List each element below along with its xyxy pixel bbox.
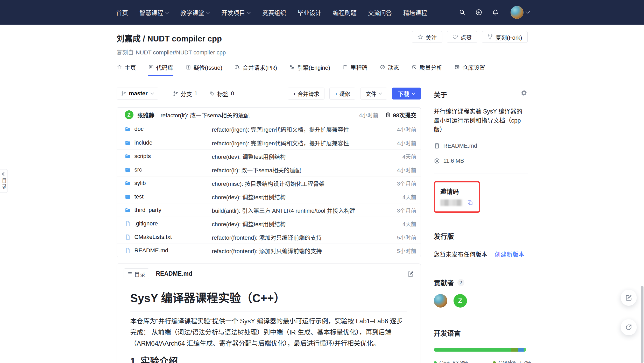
file-link[interactable]: doc <box>125 126 212 132</box>
toc-button[interactable]: 目录 <box>124 268 149 279</box>
readme-link[interactable]: README.md <box>434 143 528 149</box>
contributor-avatar[interactable] <box>434 294 447 308</box>
nav-item-premium-courses[interactable]: 精培课程 <box>403 8 427 17</box>
user-menu[interactable] <box>511 6 530 19</box>
feedback-button[interactable] <box>621 290 637 306</box>
nav-item-qa[interactable]: 交流问答 <box>368 8 392 17</box>
commit-author[interactable]: 张雅静 <box>137 111 154 119</box>
file-commit-message[interactable]: build(antlr): 引入第三方 ANTLR4 runtime/tool … <box>212 206 380 214</box>
gear-icon[interactable] <box>521 90 527 96</box>
tags-link[interactable]: 标签0 <box>209 89 234 98</box>
new-issue-button[interactable]: + 疑修 <box>329 88 355 99</box>
nav-item-smart-courses[interactable]: 智慧课程 <box>139 8 169 17</box>
table-row[interactable]: src refactor(ir): 改一下sema相关的适配 4小时前 <box>117 163 421 176</box>
file-commit-time: 4小时前 <box>380 166 416 174</box>
file-link[interactable]: .gitignore <box>125 220 212 227</box>
repo-header: 刘嘉成 / NUDT compiler cpp 复刻自NUDT compiler… <box>0 25 644 76</box>
home-icon <box>117 64 122 70</box>
file-link[interactable]: CMakeLists.txt <box>125 234 212 240</box>
scrollbar-thumb[interactable] <box>641 286 643 363</box>
bell-icon[interactable] <box>492 9 499 16</box>
download-button[interactable]: 下载 <box>392 88 421 99</box>
new-pr-button[interactable]: + 合并请求 <box>288 88 324 99</box>
tab-home[interactable]: 主页 <box>117 63 136 76</box>
tab-engine[interactable]: 引擎(Engine) <box>289 63 330 76</box>
forked-from-repo[interactable]: NUDT compiler/NUDT compiler cpp <box>136 49 226 56</box>
file-commit-message[interactable]: chore(dev): 调整test用例结构 <box>212 219 380 228</box>
like-button[interactable]: 点赞 <box>447 31 477 43</box>
file-link[interactable]: sylib <box>125 180 212 187</box>
tab-code[interactable]: 代码库 <box>148 63 173 76</box>
tab-quality[interactable]: 质量分析 <box>411 63 442 76</box>
branch-selector[interactable]: master <box>117 88 158 99</box>
tab-milestones[interactable]: 里程碑 <box>342 63 367 76</box>
nav-item-dev-projects[interactable]: 开发项目 <box>221 8 251 17</box>
file-link[interactable]: README.md <box>125 247 212 254</box>
fork-button[interactable]: 复刻(Fork) <box>482 31 528 43</box>
nav-item-graduation[interactable]: 毕业设计 <box>298 8 321 17</box>
nav-item-competitions[interactable]: 竞赛组织 <box>262 8 286 17</box>
table-row[interactable]: third_party build(antlr): 引入第三方 ANTLR4 r… <box>117 203 421 217</box>
language-bar-segment <box>518 348 524 352</box>
plus-circle-icon[interactable] <box>475 9 482 16</box>
file-link[interactable]: include <box>125 139 212 146</box>
table-row[interactable]: doc refactor(irgen): 完善irgen代码和文档，提升扩展兼容… <box>117 122 421 136</box>
user-avatar[interactable] <box>511 6 523 19</box>
file-icon <box>125 220 131 227</box>
create-release-link[interactable]: 创建新版本 <box>495 250 525 258</box>
copy-icon[interactable] <box>467 199 473 206</box>
file-commit-message[interactable]: refactor(frontend): 添加对只编译前端的支持 <box>212 233 380 241</box>
file-commit-message[interactable]: refactor(irgen): 完善irgen代码和文档，提升扩展兼容性 <box>212 125 380 133</box>
branches-link[interactable]: 分支1 <box>173 89 197 98</box>
table-row[interactable]: CMakeLists.txt refactor(frontend): 添加对只编… <box>117 230 421 244</box>
file-commit-time: 5小时前 <box>380 247 416 254</box>
file-link[interactable]: src <box>125 166 212 173</box>
activity-icon <box>380 64 385 70</box>
commit-message[interactable]: refactor(ir): 改一下sema相关的适配 <box>161 111 250 119</box>
file-link[interactable]: test <box>125 193 212 200</box>
file-menu-button[interactable]: 文件 <box>360 88 387 99</box>
nav-item-teaching[interactable]: 教学课堂 <box>180 8 210 17</box>
edit-icon[interactable] <box>407 271 414 277</box>
divider <box>434 269 528 269</box>
file-commit-message[interactable]: chore(misc): 按目录结构设计初始化工程骨架 <box>212 179 380 187</box>
table-row[interactable]: .gitignore chore(dev): 调整test用例结构 4天前 <box>117 217 421 230</box>
nav-item-coding-practice[interactable]: 编程刷题 <box>333 8 357 17</box>
table-row[interactable]: README.md refactor(frontend): 添加对只编译前端的支… <box>117 244 421 257</box>
commit-author-avatar[interactable]: Z <box>125 110 133 119</box>
branch-icon <box>121 91 126 96</box>
file-commit-time: 4天前 <box>380 152 416 160</box>
contributors-list: Z <box>434 294 528 308</box>
contributor-avatar[interactable]: Z <box>454 294 467 308</box>
repo-tabs: 主页 代码库 疑修(Issue) 合并请求(PR) 引擎(Engine) 里程碑 <box>117 63 528 76</box>
folder-icon <box>125 167 131 173</box>
chevron-down-icon <box>412 92 415 95</box>
share-button[interactable] <box>621 319 637 335</box>
file-commit-message[interactable]: refactor(irgen): 完善irgen代码和文档，提升扩展兼容性 <box>212 139 380 147</box>
file-link[interactable]: scripts <box>125 153 212 160</box>
nav-item-home[interactable]: 首页 <box>116 8 128 17</box>
table-row[interactable]: scripts chore(dev): 调整test用例结构 4天前 <box>117 149 421 163</box>
toc-side-tab[interactable]: 目录 <box>0 169 8 193</box>
tab-activity[interactable]: 动态 <box>380 63 399 76</box>
tab-issues[interactable]: 疑修(Issue) <box>186 63 222 76</box>
table-row[interactable]: sylib chore(misc): 按目录结构设计初始化工程骨架 3个月前 <box>117 176 421 190</box>
files-card: Z 张雅静 refactor(ir): 改一下sema相关的适配 4小时前 98… <box>117 107 421 257</box>
branch-icon <box>173 91 178 96</box>
readme-title: SysY 编译器课程实验（C++） <box>130 292 407 305</box>
tab-settings[interactable]: 仓库设置 <box>454 63 485 76</box>
commits-link[interactable]: 98次提交 <box>385 111 416 119</box>
tab-pull-requests[interactable]: 合并请求(PR) <box>235 63 277 76</box>
search-icon[interactable] <box>459 9 466 16</box>
file-commit-message[interactable]: chore(dev): 调整test用例结构 <box>212 152 380 160</box>
table-row[interactable]: include refactor(irgen): 完善irgen代码和文档，提升… <box>117 136 421 149</box>
table-row[interactable]: test chore(dev): 调整test用例结构 4天前 <box>117 190 421 203</box>
file-link[interactable]: third_party <box>125 207 212 213</box>
file-commit-message[interactable]: refactor(ir): 改一下sema相关的适配 <box>212 166 380 174</box>
file-commit-message[interactable]: chore(dev): 调整test用例结构 <box>212 193 380 201</box>
file-commit-message[interactable]: refactor(frontend): 添加对只编译前端的支持 <box>212 246 380 255</box>
latest-commit-bar: Z 张雅静 refactor(ir): 改一下sema相关的适配 4小时前 98… <box>117 108 421 122</box>
issue-icon <box>186 64 191 70</box>
folder-icon <box>125 180 131 186</box>
watch-button[interactable]: 关注 <box>412 31 442 43</box>
